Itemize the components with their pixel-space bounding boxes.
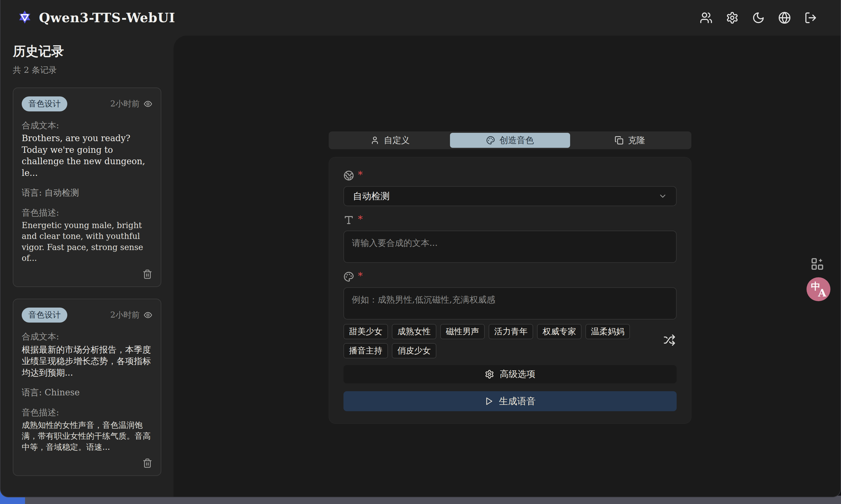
app-title: Qwen3-TTS-WebUI [39,10,175,25]
copy-icon [615,136,623,145]
history-sidebar: 历史记录 共 2 条记录 音色设计 2小时前 合成文本: Brothers, a… [1,36,174,497]
voice-desc-value: Energetic young male, bright and clear t… [22,220,152,264]
header: Qwen3-TTS-WebUI [1,0,840,36]
app-logo-icon [17,10,33,26]
record-timestamp: 2小时前 [110,309,140,321]
language-select[interactable]: 自动检测 [343,186,676,206]
voice-chip[interactable]: 温柔妈妈 [585,324,630,339]
synth-text-label: 合成文本: [22,120,152,131]
history-card: 音色设计 2小时前 合成文本: 根据最新的市场分析报告，本季度业绩呈现稳步增长态… [13,299,161,476]
synth-text-input[interactable] [343,231,676,263]
delete-record-icon[interactable] [142,269,152,279]
logout-icon[interactable] [804,12,817,24]
voice-chip[interactable]: 播音主持 [343,343,388,358]
language-line: 语言: 自动检测 [22,187,152,199]
create-voice-form: * 自动检测 * [329,157,691,424]
voice-chip[interactable]: 成熟女性 [392,324,436,339]
widgets-sparkle-icon[interactable] [810,257,824,271]
main-panel: 自定义 创造音色 克隆 * 自 [174,36,840,497]
delete-record-icon[interactable] [142,458,152,468]
dark-mode-moon-icon[interactable] [752,12,765,24]
tab-label: 克隆 [628,134,645,146]
view-record-icon[interactable] [143,311,152,320]
type-text-icon [343,215,354,225]
view-record-icon[interactable] [143,100,152,108]
required-asterisk: * [358,214,363,224]
voice-desc-input[interactable] [343,287,676,320]
tab-create-voice[interactable]: 创造音色 [450,133,570,148]
language-line: 语言: Chinese [22,387,152,398]
user-icon [371,136,379,145]
translate-button[interactable]: 中 A [807,277,830,301]
voice-desc-label: 音色描述: [22,207,152,218]
app-window: Qwen3-TTS-WebUI 历史记录 共 2 条记录 [0,0,841,497]
tab-custom[interactable]: 自定义 [330,133,450,148]
history-card: 音色设计 2小时前 合成文本: Brothers, are you ready?… [13,88,161,287]
tab-label: 创造音色 [499,134,534,146]
generate-speech-button[interactable]: 生成语音 [343,391,676,411]
tab-clone[interactable]: 克隆 [570,133,690,148]
voice-desc-label: 音色描述: [22,407,152,418]
voice-chip[interactable]: 甜美少女 [343,324,388,339]
settings-icon[interactable] [726,12,739,24]
synth-text-value: 根据最新的市场分析报告，本季度业绩呈现稳步增长态势，各项指标均达到预期... [22,344,152,379]
history-title: 历史记录 [13,43,161,60]
record-type-badge: 音色设计 [22,96,67,111]
voice-chip[interactable]: 磁性男声 [440,324,485,339]
voice-chip[interactable]: 活力青年 [488,324,533,339]
gear-icon [485,370,494,379]
synth-text-value: Brothers, are you ready? Today we're goi… [22,132,152,179]
advanced-options-label: 高级选项 [500,368,535,380]
shuffle-icon[interactable] [663,334,675,346]
voice-desc-value: 成熟知性的女性声音，音色温润饱满，带有职业女性的干练气质。音高中等，音域稳定。语… [22,420,152,453]
users-icon[interactable] [700,12,713,24]
voice-chip[interactable]: 俏皮少女 [392,343,436,358]
earth-icon [343,170,354,181]
mode-tabbar: 自定义 创造音色 克隆 [329,131,691,149]
history-count: 共 2 条记录 [13,65,161,76]
voice-preset-chips: 甜美少女 成熟女性 磁性男声 活力青年 权威专家 温柔妈妈 播音主持 俏皮少女 [343,324,676,358]
tab-label: 自定义 [384,134,410,146]
generate-speech-label: 生成语音 [499,395,536,408]
palette-icon [486,136,495,145]
required-asterisk: * [358,271,363,280]
required-asterisk: * [358,170,363,179]
language-select-value: 自动检测 [353,190,658,202]
language-globe-icon[interactable] [778,12,791,24]
record-type-badge: 音色设计 [22,308,67,323]
play-icon [484,397,493,406]
palette-icon [343,271,354,282]
voice-chip[interactable]: 权威专家 [537,324,582,339]
translate-en-glyph: A [818,286,826,299]
advanced-options-button[interactable]: 高级选项 [343,365,676,383]
record-timestamp: 2小时前 [110,98,140,109]
synth-text-label: 合成文本: [22,331,152,342]
chevron-down-icon [658,192,667,201]
